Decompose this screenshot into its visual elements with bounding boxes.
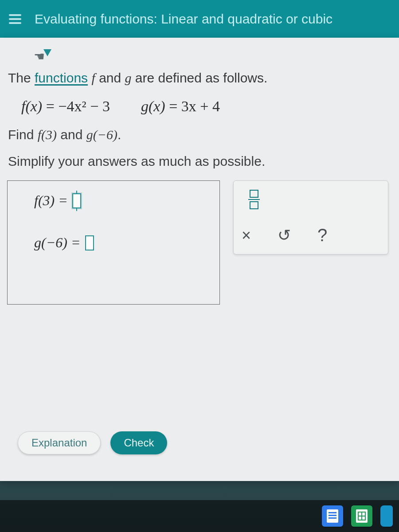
f-rhs: = −4x² − 3 — [42, 98, 110, 114]
answer-f3: f(3) = — [34, 192, 202, 209]
def-g: g(x) = 3x + 4 — [141, 98, 220, 115]
answer-gneg6: g(−6) = — [34, 235, 202, 251]
find-gneg6: g(−6) — [86, 127, 117, 142]
g-lhs: g(x) — [141, 98, 165, 114]
problem-card: ☚ The functions f and g are defined as f… — [0, 38, 399, 481]
tool-panel: × ↺ ? — [233, 180, 388, 254]
definitions: f(x) = −4x² − 3 g(x) = 3x + 4 — [21, 98, 392, 115]
sheets-app-icon[interactable] — [351, 505, 372, 527]
fraction-button[interactable] — [242, 187, 266, 212]
fraction-top-icon — [250, 190, 258, 198]
hint-cursor-icon[interactable]: ☚ — [34, 47, 52, 66]
reset-button[interactable]: ↺ — [278, 226, 291, 245]
taskbar — [0, 500, 399, 532]
find-f3: f(3) — [38, 127, 57, 142]
docs-app-icon[interactable] — [322, 505, 343, 527]
var-g: g — [125, 70, 132, 85]
g-rhs: = 3x + 4 — [165, 98, 220, 114]
answer-f-label: f(3) = — [34, 192, 68, 208]
def-f: f(x) = −4x² − 3 — [21, 98, 110, 115]
fraction-bar-icon — [248, 199, 260, 200]
intro-prefix: The — [8, 70, 35, 85]
header-bar: Evaluating functions: Linear and quadrat… — [0, 0, 399, 38]
functions-link[interactable]: functions — [35, 70, 88, 85]
fraction-bottom-icon — [250, 201, 258, 209]
help-button[interactable]: ? — [317, 225, 327, 245]
chevron-down-icon — [43, 49, 51, 56]
work-row: f(3) = g(−6) = × ↺ ? — [7, 180, 392, 305]
var-f: f — [91, 70, 95, 85]
simplify-text: Simplify your answers as much as possibl… — [8, 154, 392, 169]
check-button[interactable]: Check — [110, 431, 167, 454]
page-title: Evaluating functions: Linear and quadrat… — [35, 12, 332, 27]
input-gneg6[interactable] — [85, 235, 94, 250]
partial-app-icon[interactable] — [380, 505, 393, 527]
explanation-button[interactable]: Explanation — [18, 431, 101, 454]
find-text: Find f(3) and g(−6). — [8, 127, 392, 142]
clear-button[interactable]: × — [242, 226, 251, 245]
input-f3[interactable] — [72, 193, 81, 208]
intro-text: The functions f and g are defined as fol… — [8, 70, 392, 86]
f-lhs: f(x) — [21, 98, 42, 114]
answer-g-label: g(−6) = — [34, 235, 81, 250]
menu-icon[interactable] — [9, 14, 21, 24]
answer-box: f(3) = g(−6) = — [7, 180, 220, 305]
action-row: Explanation Check — [18, 431, 167, 454]
